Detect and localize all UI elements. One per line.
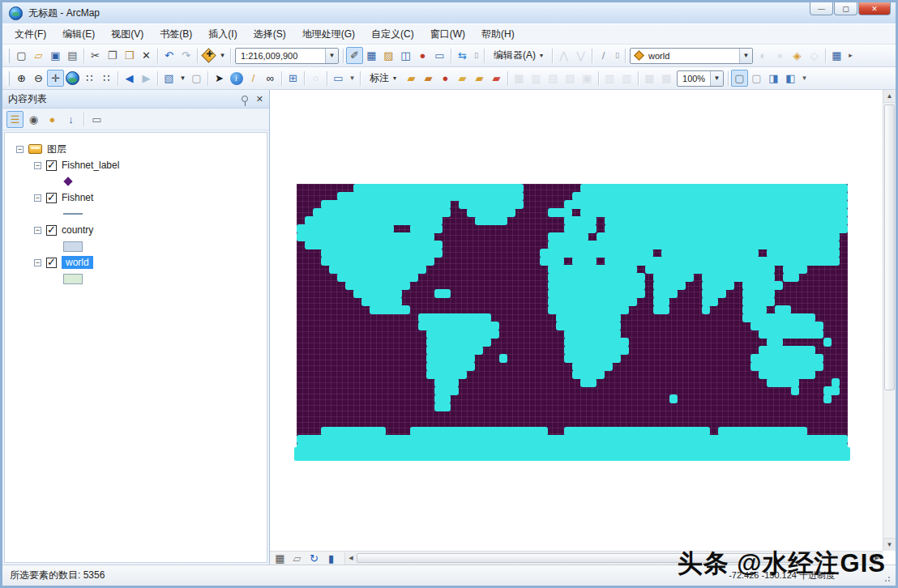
- delete-icon[interactable]: ✕: [138, 47, 155, 64]
- raster-zoom-combo[interactable]: 100%▼: [677, 70, 724, 87]
- minimize-button[interactable]: —: [810, 2, 833, 15]
- layer-row-country[interactable]: − country: [5, 222, 267, 238]
- label-weight-icon[interactable]: ●: [437, 70, 454, 87]
- layer-row-world[interactable]: − world: [5, 254, 267, 271]
- select-elements-icon[interactable]: ➤: [211, 70, 228, 87]
- paste-icon[interactable]: ❒: [121, 47, 138, 64]
- country-checkbox[interactable]: [46, 225, 57, 236]
- toc-close-icon[interactable]: ✕: [256, 94, 263, 104]
- vertical-scrollbar[interactable]: ▲ ▼: [883, 90, 896, 551]
- editor-menu[interactable]: 编辑器(A)▾: [487, 46, 549, 65]
- layer-label-selected[interactable]: world: [62, 256, 93, 269]
- snapping-icon[interactable]: ◈: [789, 47, 806, 64]
- label-manager-icon[interactable]: ▰: [403, 70, 420, 87]
- fishnet-label-checkbox[interactable]: [46, 160, 57, 171]
- create-line-icon[interactable]: /: [595, 47, 612, 64]
- full-extent-icon[interactable]: [64, 70, 81, 87]
- undo-icon[interactable]: ↶: [160, 47, 177, 64]
- pause-drawing-icon[interactable]: ▮: [323, 550, 340, 565]
- toc-options-icon[interactable]: ▭: [88, 111, 105, 128]
- vertical-scroll-thumb[interactable]: [884, 104, 895, 390]
- split-arrows-icon[interactable]: ⇆: [454, 47, 471, 64]
- world-checkbox[interactable]: [46, 258, 57, 268]
- map-canvas[interactable]: [297, 184, 848, 451]
- maximize-button[interactable]: ▢: [834, 2, 857, 15]
- menu-item[interactable]: 文件(F): [7, 24, 53, 45]
- label-unplaced-icon[interactable]: ▰: [488, 70, 505, 87]
- zoom-out-icon[interactable]: ⊖: [30, 70, 47, 87]
- layer-row-fishnet-label[interactable]: − Fishnet_label: [5, 157, 267, 173]
- list-by-drawing-order-icon[interactable]: ☰: [6, 111, 24, 128]
- identify-icon[interactable]: i: [228, 70, 245, 87]
- select-features-icon[interactable]: ▧: [160, 70, 177, 87]
- layer-row-fishnet[interactable]: − Fishnet: [5, 190, 267, 206]
- menu-item[interactable]: 窗口(W): [423, 24, 473, 45]
- fixed-zoom-out-icon[interactable]: ∷: [98, 70, 115, 87]
- page-gray-icon[interactable]: ▢: [748, 70, 765, 87]
- python-window-icon[interactable]: ●: [414, 47, 431, 64]
- find-icon[interactable]: ∞: [262, 70, 279, 87]
- back-extent-icon[interactable]: ◀: [121, 70, 138, 87]
- catalog-window-icon[interactable]: ▨: [380, 47, 397, 64]
- list-by-source-icon[interactable]: ◉: [25, 111, 42, 128]
- fishnet-label-symbol[interactable]: [63, 177, 72, 185]
- modelbuilder-icon[interactable]: ▭: [431, 47, 448, 64]
- country-symbol[interactable]: [63, 241, 83, 252]
- menu-item[interactable]: 编辑(E): [55, 24, 102, 45]
- label-priority-icon[interactable]: ▰: [420, 70, 437, 87]
- tools-overflow-caret[interactable]: ▾: [347, 70, 357, 87]
- collapse-icon[interactable]: −: [34, 162, 41, 169]
- measure-icon[interactable]: /: [245, 70, 262, 87]
- forward-extent-icon[interactable]: ▶: [138, 70, 155, 87]
- menu-item[interactable]: 视图(V): [104, 24, 151, 45]
- list-by-visibility-icon[interactable]: ●: [44, 111, 61, 128]
- menu-item[interactable]: 书签(B): [152, 24, 199, 45]
- label-pause-icon[interactable]: ▰: [471, 70, 488, 87]
- save-icon[interactable]: ▣: [47, 47, 64, 64]
- pin-icon[interactable]: [242, 96, 248, 102]
- collapse-icon[interactable]: −: [16, 146, 24, 153]
- page-white-icon[interactable]: ▢: [731, 70, 748, 87]
- add-data-icon[interactable]: [200, 47, 217, 64]
- labeling-menu[interactable]: 标注▾: [363, 69, 403, 87]
- fixed-zoom-in-icon[interactable]: ∷: [81, 70, 98, 87]
- flicker-layer-icon[interactable]: ◧: [782, 70, 799, 87]
- pan-icon[interactable]: ✛: [47, 70, 64, 87]
- swipe-layer-icon[interactable]: ◨: [765, 70, 782, 87]
- add-data-caret[interactable]: ▾: [217, 47, 228, 64]
- standard-overflow-caret[interactable]: ▸: [845, 47, 856, 64]
- tools2-overflow-caret[interactable]: ▾: [799, 70, 810, 87]
- data-view-icon[interactable]: ▦: [272, 550, 289, 565]
- roll-icon[interactable]: ▯: [471, 47, 481, 64]
- scroll-left-icon[interactable]: ◀: [345, 552, 357, 564]
- cut-icon[interactable]: ✂: [87, 47, 104, 64]
- map-view[interactable]: ▲ ▼ ▦▱↻▮ ◀ ▶: [270, 90, 896, 565]
- menu-item[interactable]: 插入(I): [201, 24, 244, 45]
- label-lock-icon[interactable]: ▰: [454, 70, 471, 87]
- select-features-caret[interactable]: ▾: [177, 70, 188, 87]
- zoom-in-icon[interactable]: ⊕: [13, 70, 30, 87]
- map-scale-combo[interactable]: 1:216,009,900▼: [235, 48, 339, 64]
- collapse-icon[interactable]: −: [34, 227, 41, 234]
- edit-sketch-icon[interactable]: ✐: [346, 47, 363, 64]
- redo-icon[interactable]: ↷: [177, 47, 195, 64]
- clear-selection-icon[interactable]: ▢: [188, 70, 205, 87]
- toolbar-grip[interactable]: [6, 71, 10, 86]
- print-icon[interactable]: ▤: [64, 47, 81, 64]
- layer-group-row[interactable]: − 图层: [5, 141, 267, 157]
- fishnet-symbol[interactable]: [63, 213, 83, 215]
- open-folder-icon[interactable]: ▱: [30, 47, 47, 64]
- menu-item[interactable]: 选择(S): [246, 24, 293, 45]
- new-document-icon[interactable]: ▢: [13, 47, 30, 64]
- collapse-icon[interactable]: −: [34, 259, 41, 266]
- list-by-selection-icon[interactable]: ↓: [62, 111, 79, 128]
- close-button[interactable]: ✕: [858, 2, 891, 15]
- attributes-icon[interactable]: ▯: [612, 47, 622, 64]
- menu-item[interactable]: 地理处理(G): [295, 24, 362, 45]
- go-to-xy-icon[interactable]: ⊞: [284, 70, 301, 87]
- table-of-contents-icon[interactable]: ▦: [363, 47, 380, 64]
- html-popup-icon[interactable]: ▭: [330, 70, 347, 87]
- refresh-view-icon[interactable]: ↻: [306, 550, 323, 565]
- target-layer-combo[interactable]: world▼: [630, 48, 753, 64]
- collapse-icon[interactable]: −: [34, 194, 41, 202]
